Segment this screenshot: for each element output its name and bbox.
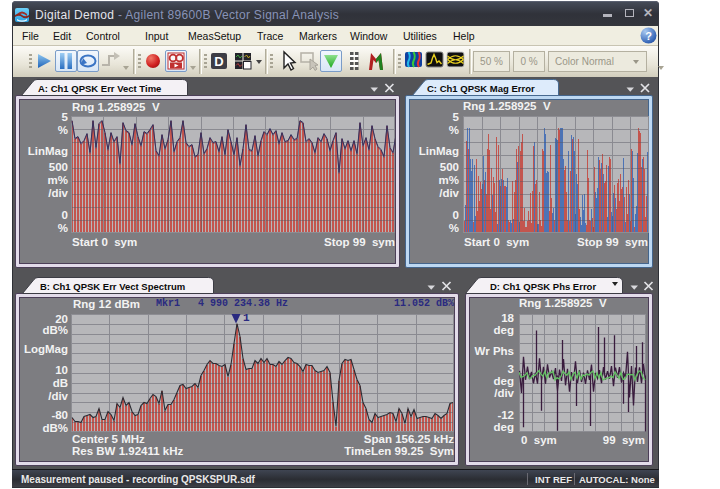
svg-text:D: D [214,54,223,69]
svg-text:?: ? [645,30,652,42]
